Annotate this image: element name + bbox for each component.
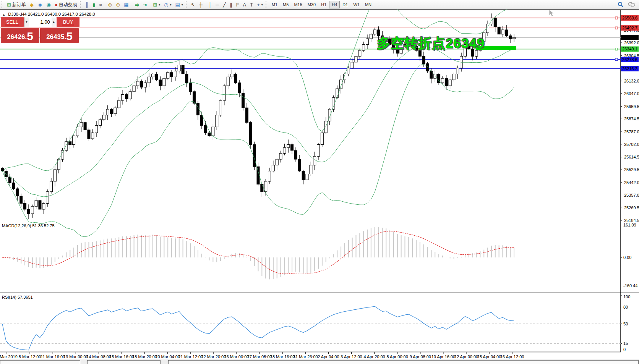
candle bbox=[144, 83, 147, 87]
candlestick-chart-button[interactable]: ▮ bbox=[91, 0, 97, 9]
candle bbox=[261, 184, 263, 191]
zoom-in-button[interactable]: ⊕ bbox=[106, 0, 114, 9]
candle bbox=[167, 73, 169, 78]
candle bbox=[155, 74, 158, 80]
candle bbox=[355, 56, 357, 62]
community-button[interactable]: ☻ bbox=[36, 0, 45, 9]
volume-increase-button[interactable]: ▲ bbox=[52, 17, 56, 27]
zoom-out-icon: ⊖ bbox=[116, 2, 120, 7]
mt4-window: ⊞新订单◆☻◉●自动交易 ║▮≈⊕⊖▦⇉⇥⊞▾◷▾▤▾ ↖┼│─╱∥FAT+▾ … bbox=[0, 0, 639, 364]
tile-windows-button[interactable]: ▦ bbox=[122, 0, 130, 9]
templates-button[interactable]: ▤▾ bbox=[174, 0, 185, 9]
candle bbox=[151, 74, 154, 77]
line-handle[interactable] bbox=[615, 48, 618, 50]
candle bbox=[46, 192, 49, 204]
timeframe-m15-button[interactable]: M15 bbox=[291, 1, 305, 8]
candle bbox=[212, 127, 214, 136]
new-order-button[interactable]: ⊞新订单 bbox=[5, 0, 28, 9]
chart-shift-button[interactable]: ⇥ bbox=[141, 0, 149, 9]
period-selector-button[interactable]: ◷▾ bbox=[162, 0, 173, 9]
chart-title: ▲ DJ30-,H4 26421.0 26430.0 26417.0 26428… bbox=[2, 12, 95, 16]
fibonacci-button[interactable]: F bbox=[234, 0, 241, 9]
timeframe-w1-button[interactable]: W1 bbox=[350, 1, 362, 8]
candle bbox=[27, 209, 30, 214]
line-chart-button[interactable]: ≈ bbox=[97, 0, 104, 9]
y-axis-tick: 25269.5 bbox=[624, 205, 639, 210]
toolbar-group-view: ║▮≈⊕⊖▦⇉⇥⊞▾◷▾▤▾ bbox=[83, 0, 185, 9]
volume-input[interactable] bbox=[29, 17, 52, 27]
candle bbox=[42, 204, 45, 209]
candle bbox=[306, 174, 308, 180]
candle bbox=[80, 123, 83, 127]
line-handle[interactable] bbox=[615, 58, 618, 61]
chat-icon[interactable] bbox=[628, 2, 635, 8]
trendline-button[interactable]: ╱ bbox=[221, 0, 228, 9]
timeframe-h1-button[interactable]: H1 bbox=[318, 1, 329, 8]
x-axis-label: 26 Mar 00:00 bbox=[224, 354, 249, 359]
candle bbox=[294, 150, 297, 159]
candle bbox=[291, 144, 294, 150]
horizontal-line-button[interactable]: ─ bbox=[214, 0, 221, 9]
toolbar-group-tools: ↖┼│─╱∥FAT+▾ bbox=[189, 0, 265, 9]
macd-axis-tick: 161.09 bbox=[623, 223, 636, 227]
autotrading-button[interactable]: ●自动交易 bbox=[53, 0, 79, 9]
chart-tab[interactable] bbox=[0, 360, 80, 364]
candle bbox=[20, 196, 23, 203]
sell-price-display[interactable]: 26426.5 bbox=[1, 28, 39, 43]
candle bbox=[129, 92, 131, 99]
x-axis-label: 28 Mar 16:00 bbox=[270, 354, 295, 359]
pivot-annotation-text: 多空转折点26349 bbox=[377, 34, 485, 52]
y-axis-tick: 25614.5 bbox=[624, 155, 639, 159]
zoom-out-button[interactable]: ⊖ bbox=[114, 0, 122, 9]
timeframe-m30-button[interactable]: M30 bbox=[305, 1, 318, 8]
chart-tab[interactable] bbox=[87, 360, 161, 364]
market-icon: ◆ bbox=[30, 2, 34, 7]
auto-scroll-button[interactable]: ⇉ bbox=[133, 0, 141, 9]
signals-button[interactable]: ◉ bbox=[45, 0, 53, 9]
timeframe-mn-button[interactable]: MN bbox=[362, 1, 374, 8]
templates-icon: ▤ bbox=[175, 2, 180, 7]
toolbar-group-main: ⊞新订单◆☻◉●自动交易 bbox=[5, 0, 79, 9]
candle bbox=[65, 142, 68, 150]
y-axis-tick: 26392.0 bbox=[624, 40, 639, 45]
cursor-button[interactable]: ↖ bbox=[189, 0, 197, 9]
new-chart-button[interactable]: ⊞▾ bbox=[151, 0, 162, 9]
candle bbox=[441, 78, 444, 83]
vertical-line-button[interactable]: │ bbox=[207, 0, 214, 9]
buy-price-display[interactable]: 26435.5 bbox=[40, 28, 79, 43]
crosshair-button[interactable]: ┼ bbox=[197, 0, 204, 9]
collapse-icon[interactable]: ▲ bbox=[2, 13, 5, 16]
candle bbox=[84, 123, 86, 130]
y-axis-tick: 26132.0 bbox=[624, 79, 639, 83]
sell-button[interactable]: SELL bbox=[1, 17, 24, 27]
arrows-button[interactable]: +▾ bbox=[255, 0, 265, 9]
y-axis-tick: 25702.0 bbox=[624, 142, 639, 147]
equidistant-channel-button[interactable]: ∥ bbox=[228, 0, 234, 9]
timeframe-m1-button[interactable]: M1 bbox=[269, 1, 280, 8]
candle bbox=[234, 74, 237, 83]
candle bbox=[140, 81, 143, 87]
candle bbox=[422, 56, 425, 63]
chart-canvas[interactable]: 26477.026392.026304.526132.026047.025959… bbox=[0, 0, 639, 364]
timeframe-m5-button[interactable]: M5 bbox=[280, 1, 291, 8]
bollinger-lower bbox=[2, 64, 514, 237]
search-icon[interactable] bbox=[618, 2, 624, 8]
bar-chart-button[interactable]: ║ bbox=[83, 0, 91, 9]
timeframe-h4-button[interactable]: H4 bbox=[329, 1, 340, 8]
market-button[interactable]: ◆ bbox=[28, 0, 36, 9]
candle bbox=[438, 74, 440, 83]
line-handle[interactable] bbox=[615, 27, 618, 29]
candle bbox=[276, 159, 278, 165]
candlestick-chart-icon: ▮ bbox=[92, 2, 95, 7]
text-button[interactable]: A bbox=[241, 0, 248, 9]
candle bbox=[249, 123, 252, 145]
buy-button[interactable]: BUY bbox=[57, 17, 79, 27]
y-axis-tick: 25357.0 bbox=[624, 193, 639, 197]
line-handle[interactable] bbox=[615, 17, 618, 19]
timeframe-d1-button[interactable]: D1 bbox=[340, 1, 350, 8]
x-axis-label: 15 Apr 04:00 bbox=[477, 354, 501, 359]
volume-decrease-button[interactable]: ▼ bbox=[24, 17, 29, 27]
text-label-button[interactable]: T bbox=[248, 0, 255, 9]
candle bbox=[61, 150, 64, 159]
chart-tab[interactable] bbox=[168, 360, 639, 364]
